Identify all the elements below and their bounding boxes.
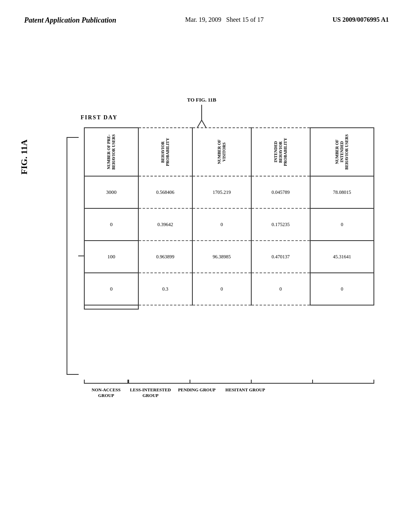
cell-behavior-prob-2: 0.963899	[138, 241, 192, 273]
data-table: NUMBER OF PRE-BEHAVIOR USERS BEHAVIOR PR…	[84, 127, 374, 310]
col-header-intended-behavior-users: NUMBER OF INTENDED BEHAVIOR USERS	[310, 128, 374, 176]
cell-pre-behavior-2: 100	[84, 241, 138, 273]
figure-label: FIG. 11A	[19, 139, 29, 175]
date-sheet-info: Mar. 19, 2009 Sheet 15 of 17	[185, 16, 264, 23]
cell-num-visitors-2: 96.38985	[192, 241, 251, 273]
col-header-pre-behavior-users: NUMBER OF PRE-BEHAVIOR USERS	[84, 128, 138, 176]
patent-number: US 2009/0076995 A1	[332, 16, 389, 23]
table-row: 0 0.39642 0 0.175235 0	[84, 208, 374, 241]
group-label-3: HESITANT GROUP	[221, 384, 269, 402]
cell-behavior-prob-3: 0.3	[138, 273, 192, 305]
cell-num-visitors-0: 1705.219	[192, 176, 251, 208]
page-header: Patent Application Publication Mar. 19, …	[0, 0, 413, 25]
table-row: 0 0.3 0 0 0	[84, 273, 374, 305]
to-fig-connector: TO FIG. 11B	[186, 97, 218, 129]
to-fig-label: TO FIG. 11B	[187, 97, 216, 103]
publication-date: Mar. 19, 2009	[185, 16, 221, 23]
cell-pre-behavior-0: 3000	[84, 176, 138, 208]
table-row: 100 0.963899 96.38985 0.470137 45.31641	[84, 241, 374, 273]
cell-num-visitors-1: 0	[192, 208, 251, 241]
bracket-connector	[78, 256, 84, 256]
cell-intended-users-1: 0	[310, 208, 374, 241]
group-names-row	[84, 305, 374, 309]
table-header-row: NUMBER OF PRE-BEHAVIOR USERS BEHAVIOR PR…	[84, 128, 374, 176]
cell-pre-behavior-3: 0	[84, 273, 138, 305]
cell-num-visitors-3: 0	[192, 273, 251, 305]
group-label-1: LESS-INTERESTED GROUP	[128, 384, 173, 402]
cell-intended-prob-3: 0	[251, 273, 310, 305]
cell-pre-behavior-1: 0	[84, 208, 138, 241]
group-label-2: PENDING GROUP	[173, 384, 221, 402]
cell-intended-prob-1: 0.175235	[251, 208, 310, 241]
sheet-info: Sheet 15 of 17	[226, 16, 264, 23]
table-row: 3000 0.568406 1705.219 0.045789 78.08015	[84, 176, 374, 208]
cell-behavior-prob-0: 0.568406	[138, 176, 192, 208]
cell-intended-users-3: 0	[310, 273, 374, 305]
cell-intended-prob-2: 0.470137	[251, 241, 310, 273]
publication-label: Patent Application Publication	[24, 16, 116, 25]
cell-intended-users-0: 78.08015	[310, 176, 374, 208]
first-day-label: FIRST DAY	[81, 114, 118, 121]
left-bracket	[67, 137, 79, 375]
group-names-container	[84, 380, 374, 384]
col-header-num-visitors: NUMBER OF VISITORS	[192, 128, 251, 176]
group-labels-area: NON-ACCESS GROUP LESS-INTERESTED GROUP P…	[84, 384, 374, 402]
col-header-intended-behavior-probability: INTENDED BEHAVIOR PROBABILITY	[251, 128, 310, 176]
cell-intended-users-2: 45.31641	[310, 241, 374, 273]
group-label-0: NON-ACCESS GROUP	[84, 384, 128, 402]
col-header-behavior-probability: BEHAVIOR PROBABILITY	[138, 128, 192, 176]
cell-intended-prob-0: 0.045789	[251, 176, 310, 208]
cell-behavior-prob-1: 0.39642	[138, 208, 192, 241]
